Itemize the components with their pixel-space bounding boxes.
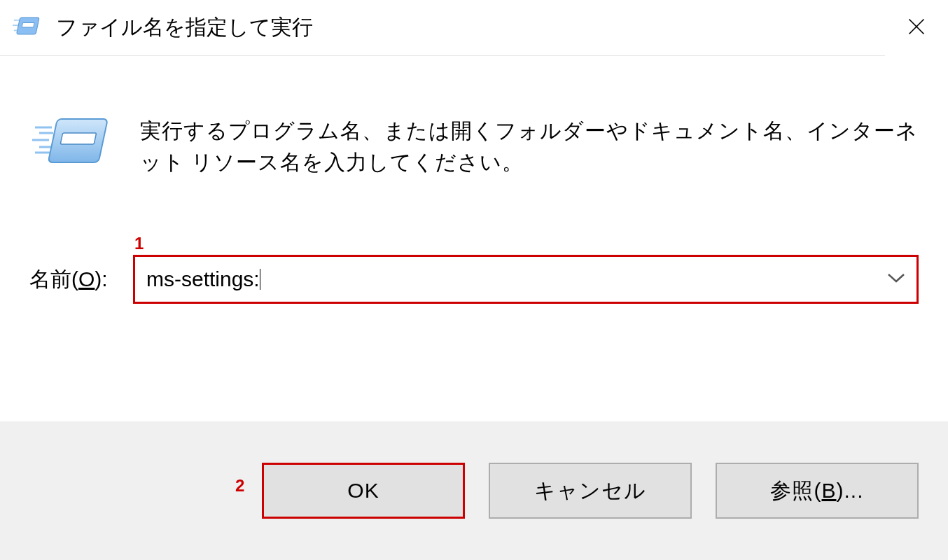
annotation-2: 2 — [235, 476, 244, 496]
description-row: 実行するプログラム名、または開くフォルダーやドキュメント名、インターネット リソ… — [29, 112, 919, 178]
chevron-down-icon — [887, 272, 905, 286]
open-label: 名前(O): — [29, 265, 133, 294]
window-title: ファイル名を指定して実行 — [56, 13, 313, 42]
cancel-button-label: キャンセル — [534, 477, 646, 505]
button-bar: 2 OK キャンセル 参照(B)... — [0, 421, 948, 560]
svg-rect-6 — [60, 133, 96, 144]
open-label-prefix: 名前( — [29, 267, 78, 290]
description-text: 実行するプログラム名、または開くフォルダーやドキュメント名、インターネット リソ… — [140, 112, 919, 178]
annotation-1: 1 — [134, 234, 144, 253]
cancel-button[interactable]: キャンセル — [489, 463, 692, 519]
dialog-body: 実行するプログラム名、または開くフォルダーやドキュメント名、インターネット リソ… — [0, 56, 948, 304]
run-dialog-icon-small — [13, 11, 43, 45]
browse-button[interactable]: 参照(B)... — [716, 463, 919, 519]
combobox-dropdown-button[interactable] — [887, 270, 905, 288]
open-input-value[interactable]: ms-settings: — [146, 267, 887, 291]
browse-button-suffix: )... — [837, 479, 864, 503]
titlebar: ファイル名を指定して実行 — [0, 0, 948, 56]
close-button[interactable] — [885, 0, 948, 56]
ok-button-label: OK — [347, 479, 379, 503]
open-label-accesskey: O — [78, 267, 95, 290]
run-dialog-icon — [29, 112, 113, 178]
open-combobox[interactable]: ms-settings: — [133, 255, 919, 304]
open-label-suffix: ): — [95, 267, 107, 290]
text-caret — [260, 269, 260, 290]
input-row: 1 名前(O): ms-settings: — [29, 255, 919, 304]
browse-button-accesskey: B — [821, 479, 836, 503]
titlebar-left: ファイル名を指定して実行 — [13, 11, 313, 45]
svg-rect-4 — [22, 22, 34, 27]
open-input-text: ms-settings: — [146, 267, 260, 290]
close-icon — [907, 17, 926, 39]
ok-button[interactable]: OK — [262, 463, 465, 519]
browse-button-prefix: 参照( — [770, 477, 821, 505]
